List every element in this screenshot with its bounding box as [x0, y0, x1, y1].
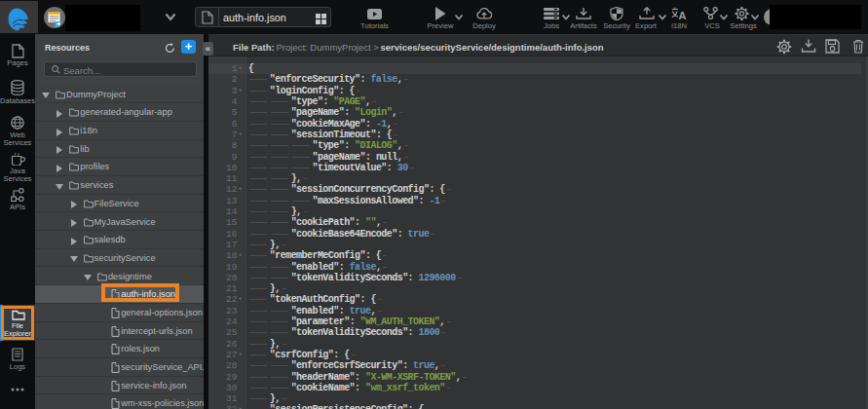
svg-text:A: A — [679, 10, 687, 20]
